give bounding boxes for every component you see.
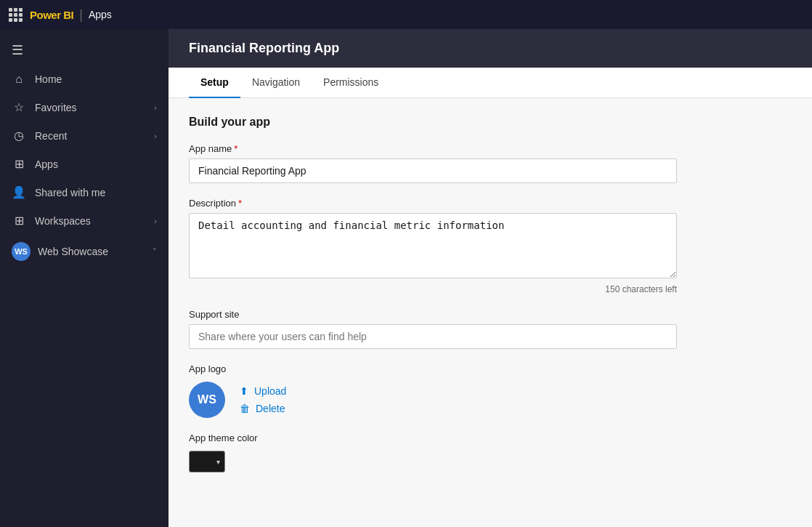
tab-setup[interactable]: Setup	[189, 68, 240, 98]
sidebar-item-shared-label: Shared with me	[35, 187, 157, 198]
app-logo-label: App logo	[189, 363, 792, 374]
sidebar-item-workspaces-label: Workspaces	[35, 215, 145, 227]
tabs-bar: Setup Navigation Permissions	[169, 68, 812, 98]
sidebar-item-favorites[interactable]: ☆ Favorites ›	[0, 93, 169, 121]
chevron-right-icon: ›	[154, 132, 157, 140]
sidebar-item-home-label: Home	[35, 73, 157, 85]
favorites-icon: ☆	[12, 100, 26, 114]
powerbi-logo: Power BI	[30, 9, 73, 21]
delete-icon: 🗑	[240, 403, 250, 414]
sidebar: ☰ ⌂ Home ☆ Favorites › ◷ Recent › ⊞ Apps…	[0, 29, 169, 527]
home-icon: ⌂	[12, 73, 26, 86]
required-indicator: *	[238, 198, 242, 209]
app-name-field-group: App name *	[189, 143, 792, 183]
shared-icon: 👤	[12, 185, 26, 199]
logo-row: WS ⬆ Upload 🗑 Delete	[189, 382, 792, 418]
delete-button[interactable]: 🗑 Delete	[240, 403, 286, 414]
form-section-title: Build your app	[189, 116, 792, 129]
recent-icon: ◷	[12, 129, 26, 142]
sidebar-item-apps-label: Apps	[35, 158, 157, 170]
chevron-right-icon: ›	[154, 103, 157, 112]
tab-navigation[interactable]: Navigation	[240, 68, 312, 98]
sidebar-item-shared[interactable]: 👤 Shared with me	[0, 178, 169, 206]
upload-button[interactable]: ⬆ Upload	[240, 385, 286, 397]
sidebar-item-home[interactable]: ⌂ Home	[0, 65, 169, 93]
description-label: Description *	[189, 198, 792, 209]
hamburger-button[interactable]: ☰	[0, 35, 169, 65]
support-site-label: Support site	[189, 309, 792, 320]
sidebar-item-workspaces[interactable]: ⊞ Workspaces ›	[0, 206, 169, 235]
content-area: Financial Reporting App Setup Navigation…	[169, 29, 812, 527]
chevron-down-icon: ▾	[216, 458, 220, 466]
sidebar-item-apps[interactable]: ⊞ Apps	[0, 150, 169, 178]
workspace-avatar: WS	[12, 242, 31, 261]
theme-color-swatch	[194, 456, 208, 467]
chevron-down-icon: ˅	[153, 247, 157, 257]
char-count: 150 characters left	[189, 284, 677, 294]
description-field-group: Description * 150 characters left	[189, 198, 792, 294]
sidebar-item-web-showcase[interactable]: WS Web Showcase ˅	[0, 235, 169, 268]
app-logo-section: App logo WS ⬆ Upload 🗑 Delete	[189, 363, 792, 418]
chevron-right-icon: ›	[154, 217, 157, 225]
workspaces-icon: ⊞	[12, 214, 26, 228]
apps-icon: ⊞	[12, 157, 26, 171]
required-indicator: *	[234, 143, 237, 154]
theme-color-section: App theme color ▾	[189, 433, 792, 472]
tab-permissions[interactable]: Permissions	[312, 68, 390, 98]
support-site-input[interactable]	[189, 324, 677, 349]
main-layout: ☰ ⌂ Home ☆ Favorites › ◷ Recent › ⊞ Apps…	[0, 29, 812, 527]
topbar-apps-label: Apps	[89, 9, 112, 20]
brand: Power BI | Apps	[30, 7, 112, 23]
content-header: Financial Reporting App	[169, 29, 812, 68]
sidebar-item-favorites-label: Favorites	[35, 102, 145, 113]
workspace-initials: WS	[15, 247, 28, 256]
page-title: Financial Reporting App	[189, 41, 339, 55]
form-content: Build your app App name * Description * …	[169, 98, 812, 527]
description-textarea[interactable]	[189, 213, 677, 278]
theme-color-label: App theme color	[189, 433, 792, 443]
app-name-input[interactable]	[189, 158, 677, 183]
app-name-label: App name *	[189, 143, 792, 154]
sidebar-item-web-showcase-label: Web Showcase	[38, 246, 145, 257]
logo-actions: ⬆ Upload 🗑 Delete	[240, 385, 286, 414]
sidebar-item-recent[interactable]: ◷ Recent ›	[0, 121, 169, 150]
topbar: Power BI | Apps	[0, 0, 812, 29]
theme-color-button[interactable]: ▾	[189, 451, 225, 472]
sidebar-item-recent-label: Recent	[35, 130, 145, 142]
logo-initials: WS	[198, 393, 216, 406]
grid-icon[interactable]	[9, 8, 23, 22]
support-site-field-group: Support site	[189, 309, 792, 349]
app-logo-avatar: WS	[189, 382, 225, 418]
topbar-divider: |	[79, 7, 83, 23]
upload-icon: ⬆	[240, 385, 248, 397]
